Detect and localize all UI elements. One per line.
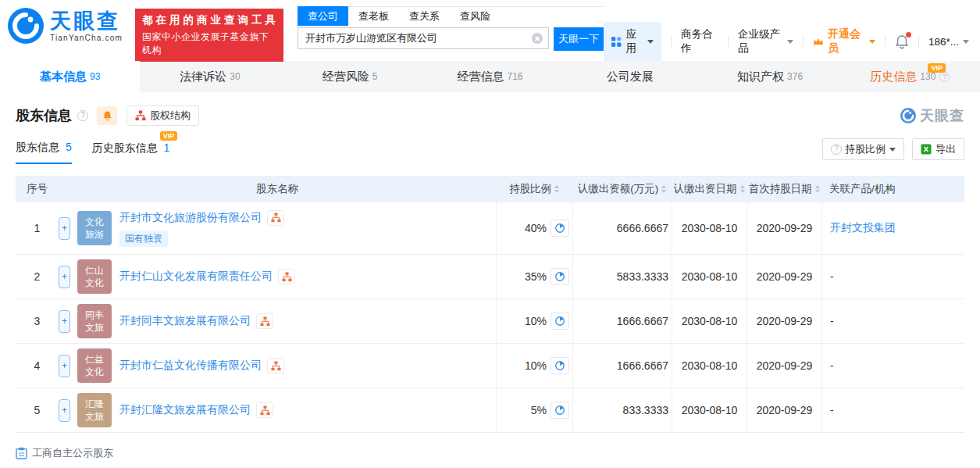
vip-badge: VIP bbox=[160, 131, 178, 141]
search-tab-company[interactable]: 查公司 bbox=[298, 6, 348, 26]
menu-cooperation[interactable]: 商务合作 bbox=[681, 27, 718, 55]
subtab-current-shareholders[interactable]: 股东信息 5 bbox=[16, 141, 72, 164]
table-header: 序号 股东名称 持股比例 认缴出资额(万元) 认缴出资日期 首次持股日期 关联产… bbox=[16, 176, 964, 202]
expand-button[interactable]: + bbox=[59, 355, 70, 377]
search-tab-risk[interactable]: 查风险 bbox=[450, 7, 501, 26]
enterprise-label: 企业级产品 bbox=[738, 27, 783, 55]
expand-button[interactable]: + bbox=[59, 266, 70, 288]
subtab-label: 历史股东信息 bbox=[92, 141, 158, 154]
export-label: 导出 bbox=[935, 142, 956, 156]
subtab-count: 1 bbox=[164, 141, 170, 154]
shareholder-avatar[interactable]: 文化 旅游 bbox=[77, 211, 112, 245]
divider bbox=[803, 36, 804, 47]
ratio-filter-dropdown[interactable]: ? 持股比例 bbox=[822, 138, 904, 160]
ratio-cell: 35% bbox=[496, 255, 572, 298]
tab-legal[interactable]: 法律诉讼 30 bbox=[140, 61, 280, 92]
equity-chart-icon[interactable] bbox=[267, 210, 284, 226]
tab-count: 376 bbox=[787, 71, 803, 82]
search-tab-boss[interactable]: 查老板 bbox=[348, 7, 399, 26]
col-ratio[interactable]: 持股比例 bbox=[496, 182, 572, 196]
apps-button[interactable]: 应用 bbox=[604, 22, 661, 61]
col-amount[interactable]: 认缴出资额(万元) bbox=[572, 182, 672, 196]
tab-basic-info[interactable]: 基本信息 93 bbox=[0, 61, 140, 92]
tab-label: 基本信息 bbox=[40, 70, 87, 84]
tab-company-development[interactable]: 公司发展 bbox=[560, 61, 700, 92]
help-icon[interactable]: ? bbox=[77, 110, 88, 121]
shareholder-name-link[interactable]: 开封同丰文旅发展有限公司 bbox=[119, 314, 251, 328]
subtab-history-shareholders[interactable]: VIP 历史股东信息 1 bbox=[92, 141, 170, 163]
notification-dot bbox=[906, 32, 911, 38]
account-phone[interactable]: 186*... bbox=[928, 36, 969, 48]
tab-label: 历史信息 bbox=[870, 70, 917, 84]
logo-domain: TianYanCha.com bbox=[50, 34, 123, 42]
first-date-cell: 2020-09-29 bbox=[747, 202, 821, 254]
due-date-cell: 2030-08-10 bbox=[672, 202, 747, 254]
col-due-date[interactable]: 认缴出资日期 bbox=[672, 182, 747, 196]
avatar-text: 文化 bbox=[85, 366, 104, 378]
ratio-cell: 40% bbox=[496, 202, 572, 254]
first-date-cell: 2020-09-29 bbox=[747, 344, 821, 388]
shareholder-avatar[interactable]: 汇隆 文旅 bbox=[77, 393, 112, 427]
tab-history-info[interactable]: VIP 历史信息 130 ? bbox=[840, 61, 980, 92]
expand-button[interactable]: + bbox=[59, 399, 70, 422]
due-date-cell: 2030-08-10 bbox=[672, 299, 747, 343]
search-input[interactable] bbox=[298, 27, 549, 49]
amount-cell: 1666.6667 bbox=[572, 299, 672, 343]
menu-enterprise[interactable]: 企业级产品 bbox=[738, 27, 793, 55]
shareholder-name-link[interactable]: 开封市仁益文化传播有限公司 bbox=[119, 359, 262, 373]
pie-chart-icon[interactable] bbox=[551, 268, 569, 285]
equity-chart-icon[interactable] bbox=[256, 402, 273, 418]
tianyancha-logo[interactable]: 天眼查 TianYanCha.com bbox=[8, 8, 123, 44]
open-vip-button[interactable]: 开通会员 bbox=[813, 27, 875, 55]
first-date-cell: 2020-09-29 bbox=[747, 388, 821, 432]
ratio-filter-label: 持股比例 bbox=[845, 142, 886, 156]
help-icon[interactable]: ? bbox=[939, 72, 950, 82]
equity-chart-icon[interactable] bbox=[256, 313, 273, 329]
expand-button[interactable]: + bbox=[59, 310, 70, 333]
pie-chart-icon[interactable] bbox=[551, 313, 569, 330]
state-owned-tag: 国有独资 bbox=[119, 230, 168, 247]
col-first-date[interactable]: 首次持股日期 bbox=[747, 182, 821, 196]
logo-text: 天眼查 TianYanCha.com bbox=[50, 9, 123, 42]
shareholder-cell: + 文化 旅游 开封市文化旅游股份有限公司 国有独资 bbox=[59, 202, 496, 254]
equity-structure-button[interactable]: 股权结构 bbox=[127, 105, 199, 126]
search-tab-relation[interactable]: 查关系 bbox=[399, 7, 450, 26]
clear-search-icon[interactable] bbox=[532, 33, 543, 44]
shareholder-name-link[interactable]: 开封汇隆文旅发展有限公司 bbox=[119, 403, 251, 417]
notifications-bell-icon[interactable] bbox=[895, 34, 909, 49]
shareholder-avatar[interactable]: 仁益 文化 bbox=[77, 348, 112, 383]
related-group-link[interactable]: 开封文投集团 bbox=[830, 221, 896, 235]
table-row: 3 + 同丰 文旅 开封同丰文旅发展有限公司 10% 1666.66 bbox=[16, 299, 964, 344]
expand-button[interactable]: + bbox=[59, 217, 70, 240]
ratio-cell: 10% bbox=[496, 344, 572, 388]
equity-chart-icon[interactable] bbox=[278, 269, 295, 284]
tab-intellectual-property[interactable]: 知识产权 376 bbox=[700, 61, 839, 92]
shareholder-avatar[interactable]: 仁山 文化 bbox=[77, 259, 112, 294]
amount-cell: 833.3333 bbox=[572, 388, 672, 432]
pie-chart-icon[interactable] bbox=[551, 402, 569, 419]
export-button[interactable]: 导出 bbox=[912, 138, 964, 160]
shareholder-cell: + 汇隆 文旅 开封汇隆文旅发展有限公司 bbox=[59, 388, 496, 432]
monitor-bell-button[interactable] bbox=[97, 106, 117, 125]
watermark-eye-icon bbox=[900, 108, 916, 123]
shareholder-avatar[interactable]: 同丰 文旅 bbox=[77, 304, 112, 338]
search-button[interactable]: 天眼一下 bbox=[554, 27, 604, 51]
top-header: 天眼查 TianYanCha.com 都在用的商业查询工具 国家中小企业发展子基… bbox=[0, 0, 980, 61]
avatar-text: 汇隆 bbox=[85, 398, 104, 410]
shareholder-name-link[interactable]: 开封仁山文化发展有限责任公司 bbox=[119, 270, 273, 284]
phone-label: 186*... bbox=[928, 36, 959, 48]
pie-chart-icon[interactable] bbox=[551, 220, 569, 237]
equity-chart-icon[interactable] bbox=[267, 358, 284, 373]
tab-operating-info[interactable]: 经营信息 716 bbox=[420, 61, 560, 92]
sort-icon[interactable] bbox=[815, 185, 820, 193]
sort-icon[interactable] bbox=[554, 185, 559, 193]
row-seq: 4 bbox=[16, 344, 59, 388]
tab-operating-risk[interactable]: 经营风险 5 bbox=[280, 61, 420, 92]
shareholder-name-link[interactable]: 开封市文化旅游股份有限公司 bbox=[119, 211, 262, 225]
sort-icon[interactable] bbox=[661, 185, 666, 193]
tab-label: 经营信息 bbox=[457, 70, 504, 84]
amount-cell: 6666.6667 bbox=[572, 202, 672, 254]
crown-icon bbox=[813, 37, 824, 47]
pie-chart-icon[interactable] bbox=[551, 357, 569, 374]
sort-icon[interactable] bbox=[740, 185, 745, 193]
